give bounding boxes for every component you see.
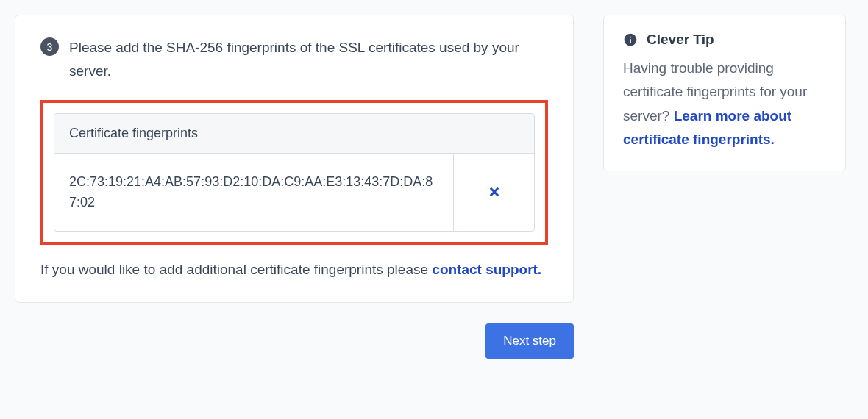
tip-card: Clever Tip Having trouble providing cert… bbox=[603, 15, 846, 171]
step-number-badge: 3 bbox=[40, 37, 59, 56]
fingerprints-table-header: Certificate fingerprints bbox=[54, 114, 534, 154]
fingerprints-table: Certificate fingerprints 2C:73:19:21:A4:… bbox=[54, 113, 535, 232]
contact-support-link[interactable]: contact support. bbox=[432, 262, 541, 277]
step-card: 3 Please add the SHA-256 fingerprints of… bbox=[15, 15, 574, 303]
tip-body: Having trouble providing certificate fin… bbox=[623, 57, 826, 151]
tip-title: Clever Tip bbox=[647, 32, 714, 48]
info-icon bbox=[623, 32, 638, 47]
remove-fingerprint-button[interactable] bbox=[453, 154, 534, 232]
close-icon bbox=[488, 185, 501, 198]
additional-fingerprints-help: If you would like to add additional cert… bbox=[40, 258, 548, 282]
table-row: 2C:73:19:21:A4:AB:57:93:D2:10:DA:C9:AA:E… bbox=[54, 154, 534, 232]
step-instruction: Please add the SHA-256 fingerprints of t… bbox=[69, 36, 548, 84]
help-text-prefix: If you would like to add additional cert… bbox=[40, 262, 432, 277]
next-step-button[interactable]: Next step bbox=[485, 323, 574, 359]
fingerprint-value: 2C:73:19:21:A4:AB:57:93:D2:10:DA:C9:AA:E… bbox=[54, 154, 453, 232]
tip-header: Clever Tip bbox=[623, 32, 826, 48]
step-header: 3 Please add the SHA-256 fingerprints of… bbox=[40, 36, 548, 84]
fingerprints-highlight: Certificate fingerprints 2C:73:19:21:A4:… bbox=[40, 100, 548, 246]
actions-row: Next step bbox=[15, 323, 574, 359]
